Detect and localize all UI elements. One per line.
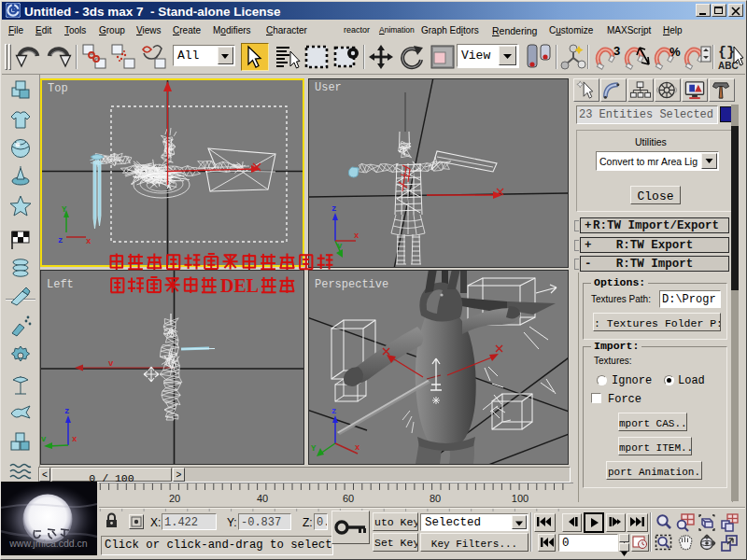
svg-text:{}: {} [718, 45, 735, 61]
svg-text:80: 80 [430, 493, 441, 504]
svg-text:v: v [108, 359, 114, 369]
svg-text:z: z [331, 204, 336, 214]
svg-text:v: v [337, 242, 343, 251]
svg-text:x: x [355, 443, 360, 453]
svg-text:100: 100 [512, 493, 529, 504]
svg-text:www.jmlca.cdd.cn: www.jmlca.cdd.cn [8, 538, 88, 549]
svg-text:z: z [58, 236, 63, 245]
svg-text:3: 3 [613, 44, 620, 58]
svg-text:z: z [64, 407, 69, 416]
svg-text:20: 20 [169, 493, 180, 504]
svg-text:40: 40 [257, 493, 268, 504]
svg-text:Y: Y [62, 205, 67, 215]
svg-text:%: % [669, 45, 681, 59]
svg-text:z: z [331, 407, 336, 416]
svg-text:60: 60 [343, 493, 354, 504]
svg-text:x: x [86, 237, 92, 246]
svg-text:v: v [41, 435, 47, 444]
svg-text:x: x [354, 231, 359, 241]
svg-text:x: x [72, 435, 78, 444]
svg-text:Y: Y [311, 444, 317, 454]
